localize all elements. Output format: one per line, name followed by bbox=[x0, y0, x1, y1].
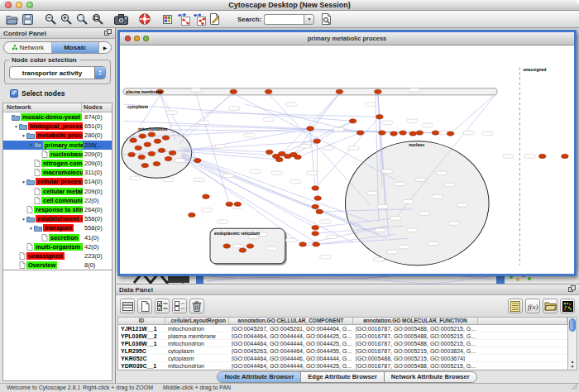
close-button[interactable] bbox=[5, 2, 12, 8]
tree-column-nodes[interactable]: Nodes bbox=[82, 103, 112, 112]
minimize-button[interactable] bbox=[16, 2, 22, 8]
network-node[interactable] bbox=[307, 127, 313, 131]
network-node[interactable] bbox=[313, 139, 320, 143]
tree-expand-arrow-icon[interactable]: ▼ bbox=[28, 142, 34, 147]
tree-row-nitrogen-compo[interactable]: nitrogen compo209(0) bbox=[3, 159, 112, 168]
network-node[interactable] bbox=[266, 150, 272, 154]
tree-row-overview[interactable]: Overview8(0) bbox=[3, 261, 112, 270]
zoom-button[interactable] bbox=[26, 2, 33, 8]
table-row[interactable]: YJR121W__1mitochondrion[GO:0045267, GO:0… bbox=[118, 325, 567, 332]
network-node[interactable] bbox=[189, 213, 195, 217]
table-cell[interactable]: cytoplasm bbox=[165, 348, 229, 354]
search-input[interactable] bbox=[264, 14, 304, 25]
attribute-list-icon[interactable] bbox=[508, 299, 523, 313]
network-node[interactable] bbox=[153, 161, 160, 165]
network-node[interactable] bbox=[294, 155, 301, 159]
table-cell[interactable]: [GO:0044464, GO:0044444, GO:0044425, G..… bbox=[229, 363, 353, 369]
tree-row-cellular-process[interactable]: ▼cellular process614(0) bbox=[3, 177, 112, 186]
network-node[interactable] bbox=[226, 202, 232, 206]
birdseye-view[interactable] bbox=[2, 270, 112, 381]
network-node[interactable] bbox=[356, 131, 363, 135]
tree-row-transport[interactable]: ▼transport558(0) bbox=[3, 223, 112, 232]
scrollbar-thumb[interactable] bbox=[569, 318, 576, 332]
table-cell[interactable]: YPL036W__1 bbox=[118, 341, 165, 347]
network-node[interactable] bbox=[148, 132, 155, 136]
network-node[interactable] bbox=[349, 119, 356, 123]
table-row[interactable]: YLR295Ccytoplasm[GO:0045263, GO:0044464,… bbox=[118, 347, 567, 355]
help-icon[interactable] bbox=[136, 12, 152, 27]
tree-expand-arrow-icon[interactable]: ▼ bbox=[13, 124, 19, 129]
network-node[interactable] bbox=[165, 156, 171, 160]
table-cell[interactable]: [GO:0044464, GO:0044444, GO:0044425, G..… bbox=[229, 333, 353, 339]
network-canvas[interactable]: plasma membranecytoplasmmitochondrionnuc… bbox=[120, 45, 574, 274]
network-node[interactable] bbox=[312, 186, 318, 190]
table-cell[interactable]: mitochondrion bbox=[165, 363, 229, 369]
table-cell[interactable]: mitochondrion bbox=[165, 326, 229, 332]
select-attributes-icon[interactable] bbox=[155, 299, 170, 313]
table-cell[interactable]: YKR052C bbox=[118, 356, 165, 361]
column-header[interactable]: _cellularLayoutRegion bbox=[165, 318, 229, 324]
network-node[interactable] bbox=[376, 115, 383, 119]
view-minimize-button[interactable] bbox=[134, 36, 140, 41]
table-cell[interactable]: YLR295C bbox=[118, 348, 165, 354]
zoom-out-icon[interactable] bbox=[43, 12, 59, 27]
network-node[interactable] bbox=[234, 202, 241, 206]
network-node[interactable] bbox=[447, 131, 453, 136]
tree-expand-arrow-icon[interactable]: ▼ bbox=[21, 217, 26, 222]
network-node[interactable] bbox=[158, 148, 165, 152]
network-node[interactable] bbox=[312, 226, 318, 230]
tree-expand-arrow-icon[interactable]: ▼ bbox=[21, 179, 26, 184]
table-cell[interactable]: mitochondrion bbox=[165, 341, 229, 347]
advanced-search-icon[interactable] bbox=[318, 12, 334, 27]
tree-row-response-to-stimulu[interactable]: response to stimulu264(0) bbox=[3, 205, 112, 214]
network-node[interactable] bbox=[316, 209, 323, 213]
tree-row-metabolic-process[interactable]: ▼metabolic process280(0) bbox=[3, 131, 112, 140]
table-cell[interactable]: [GO:0005488, GO:0005215, GO:0003674] bbox=[353, 356, 478, 361]
node-color-dropdown[interactable]: transporter activity ▲▼ bbox=[9, 66, 106, 79]
tree-row-nucleobase-[interactable]: nucleobase-209(0) bbox=[3, 150, 112, 159]
table-cell[interactable]: [GO:0016787, GO:0005488, GO:0005215, G..… bbox=[353, 333, 478, 339]
column-header[interactable]: ID bbox=[118, 318, 165, 324]
network-node[interactable] bbox=[379, 131, 385, 135]
create-attribute-icon[interactable] bbox=[137, 299, 152, 313]
table-row[interactable]: YPL036W__2plasma membrane[GO:0044464, GO… bbox=[118, 332, 567, 340]
table-cell[interactable]: [GO:0016787, GO:0005488, GO:0005215, G..… bbox=[353, 326, 478, 332]
network-node[interactable] bbox=[314, 196, 321, 200]
tree-row-macromolecule[interactable]: macromolecule311(0) bbox=[3, 168, 112, 177]
view-close-button[interactable] bbox=[125, 36, 131, 41]
table-cell[interactable]: YPL036W__2 bbox=[118, 333, 165, 339]
tree-row-primary-metabolic[interactable]: ▼primary metabolic209(... bbox=[3, 141, 112, 150]
network-node[interactable] bbox=[432, 131, 438, 135]
snapshot-icon[interactable] bbox=[113, 12, 129, 27]
network-node[interactable] bbox=[203, 194, 209, 198]
table-row[interactable]: YKR052Ccytoplasm[GO:0044464, GO:0044446,… bbox=[118, 355, 567, 362]
network-node[interactable] bbox=[409, 131, 416, 136]
network-node[interactable] bbox=[144, 142, 151, 146]
network-node[interactable] bbox=[538, 154, 545, 158]
network-node[interactable] bbox=[148, 151, 155, 155]
zoom-selected-icon[interactable] bbox=[90, 12, 106, 27]
zoom-fit-icon[interactable] bbox=[74, 12, 90, 27]
network-node[interactable] bbox=[223, 244, 230, 248]
table-row[interactable]: YPL036W__1mitochondrion[GO:0044464, GO:0… bbox=[118, 340, 567, 347]
tree-row-secretion[interactable]: secretion41(0) bbox=[3, 232, 112, 241]
table-cell[interactable]: cytoplasm bbox=[165, 356, 229, 361]
tab-mosaic[interactable]: Mosaic bbox=[52, 42, 100, 53]
column-header[interactable]: annotation.GO CELLULAR_COMPONENT bbox=[229, 318, 353, 324]
network-node[interactable] bbox=[138, 155, 145, 159]
network-overlay-b-icon[interactable] bbox=[191, 12, 207, 27]
network-node[interactable] bbox=[336, 89, 342, 93]
show-table-icon[interactable] bbox=[120, 299, 135, 313]
tree-row-unassigned[interactable]: unassigned223(0) bbox=[3, 251, 112, 261]
zoom-in-icon[interactable] bbox=[59, 12, 74, 27]
table-row[interactable]: YDR039C__1mitochondrion[GO:0044464, GO:0… bbox=[118, 362, 567, 370]
tree-column-network[interactable]: Network bbox=[3, 103, 82, 112]
table-cell[interactable]: [GO:0016787, GO:0005488, GO:0005215, G..… bbox=[353, 341, 478, 347]
network-node[interactable] bbox=[390, 131, 397, 136]
view-zoom-button[interactable] bbox=[143, 36, 149, 41]
network-node[interactable] bbox=[416, 131, 423, 135]
table-cell[interactable]: [GO:0016787, GO:0005488, GO:0005215, G..… bbox=[353, 363, 478, 369]
delete-attribute-icon[interactable] bbox=[189, 299, 204, 313]
network-node[interactable] bbox=[313, 242, 319, 246]
tree-row-biological-process[interactable]: ▼biological_process651(0) bbox=[3, 122, 112, 131]
